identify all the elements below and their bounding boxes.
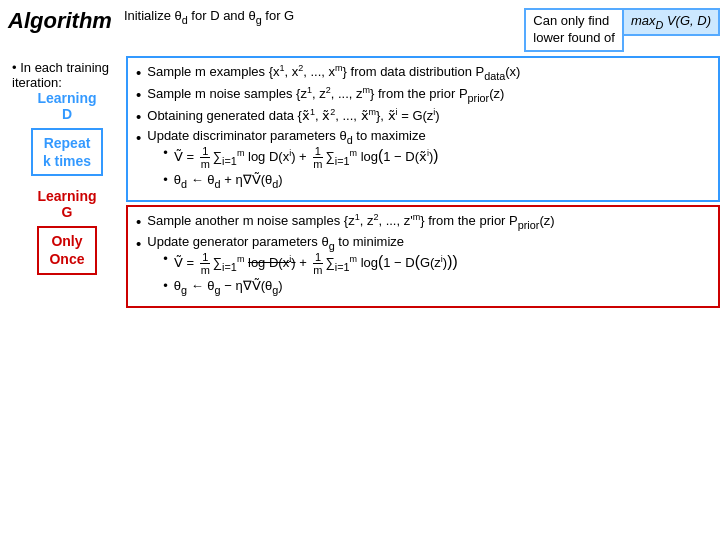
- header-right: Can only find lower found of maxD V(G, D…: [524, 8, 720, 52]
- can-only-find-box: Can only find lower found of: [524, 8, 624, 52]
- red-left: Learning G Only Once: [8, 182, 126, 280]
- blue-sub-bullet-1: • Ṽ = 1m∑i=1m log D(xi) + 1m∑i=1m log(1 …: [147, 145, 710, 170]
- right-content: • Sample m examples {x1, x2, ..., xm} fr…: [126, 56, 720, 308]
- header-area: Algorithm Initialize θd for D and θg for…: [8, 8, 720, 52]
- algorithm-title: Algorithm: [8, 8, 112, 34]
- learning-g-label: Learning G: [37, 188, 96, 220]
- blue-section: • Sample m examples {x1, x2, ..., xm} fr…: [126, 56, 720, 202]
- blue-bullet-3: • Obtaining generated data {x̃1, x̃2, ..…: [136, 107, 710, 125]
- learning-d-label: Learning D: [37, 90, 96, 122]
- init-text: Initialize θd for D and θg for G: [124, 8, 524, 26]
- left-labels: • In each training iteration: Learning D…: [8, 56, 126, 281]
- red-bullet-1: • Sample another m noise samples {z1, z2…: [136, 212, 710, 231]
- blue-sub-bullet-2: • θd ← θd + η∇Ṽ(θd): [147, 172, 710, 190]
- red-bullet-2: • Update generator parameters θg to mini…: [136, 234, 710, 298]
- blue-bullet-1: • Sample m examples {x1, x2, ..., xm} fr…: [136, 63, 710, 82]
- repeat-box: Repeat k times: [31, 128, 103, 176]
- page-container: Algorithm Initialize θd for D and θg for…: [0, 0, 728, 543]
- blue-bullet-2: • Sample m noise samples {z1, z2, ..., z…: [136, 85, 710, 104]
- main-layout: • In each training iteration: Learning D…: [8, 56, 720, 308]
- max-v-box: maxD V(G, D): [622, 8, 720, 36]
- red-sub-bullet-1: • Ṽ = 1m∑i=1m log D(xi) + 1m∑i=1m log(1 …: [147, 251, 710, 276]
- red-section: • Sample another m noise samples {z1, z2…: [126, 205, 720, 308]
- only-once-box: Only Once: [37, 226, 96, 274]
- blue-bullet-4: • Update discriminator parameters θd to …: [136, 128, 710, 192]
- red-sub-bullet-2: • θg ← θg − η∇Ṽ(θg): [147, 278, 710, 296]
- in-each-training: • In each training iteration:: [8, 56, 126, 84]
- blue-left: Learning D Repeat k times: [8, 84, 126, 182]
